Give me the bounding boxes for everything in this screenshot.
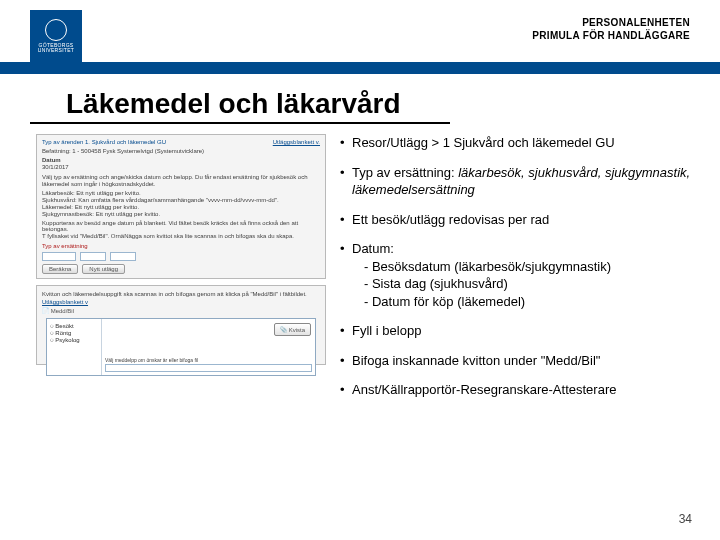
kopp-1: Kupporteras av besöd ange datum på blank… (42, 220, 320, 232)
bullet-3: Ett besök/utlägg redovisas per rad (340, 211, 710, 229)
seal-icon (45, 19, 67, 41)
bullet-2: Typ av ersättning: läkarbesök, sjukhusvå… (340, 164, 710, 199)
dept-line-2: PRIMULA FÖR HANDLÄGGARE (532, 29, 690, 42)
bullet-7: Anst/Källrapportör-Resegranskare-Atteste… (340, 381, 710, 399)
bullet-list: Resor/Utlägg > 1 Sjukvård och läkemedel … (340, 134, 710, 411)
form-screenshot-2: Kvitton och läkemedelsuppgift ska scanna… (36, 285, 326, 365)
type-field (42, 252, 76, 261)
note-line: Kvitton och läkemedelsuppgift ska scanna… (42, 291, 320, 297)
radio-1: ○ Besökt (50, 323, 98, 329)
datum-label: Datum (42, 157, 61, 163)
calc-button: Beräkna (42, 264, 78, 274)
slide-header: GÖTEBORGS UNIVERSITET PERSONALENHETEN PR… (0, 0, 720, 62)
bullet-4: Datum: - Besöksdatum (läkarbesök/sjukgym… (340, 240, 710, 310)
medbil-label: Medd/Bil (51, 308, 74, 314)
content-row: Typ av ärenden 1. Sjukvård och läkemedel… (0, 134, 720, 411)
file-field (105, 364, 312, 372)
bullet-4-sub3: - Datum för köp (läkemedel) (352, 293, 710, 311)
form-screenshot-1: Typ av ärenden 1. Sjukvård och läkemedel… (36, 134, 326, 279)
bullet-6: Bifoga inskannade kvitton under "Medd/Bi… (340, 352, 710, 370)
screenshot-column: Typ av ärenden 1. Sjukvård och läkemedel… (36, 134, 326, 411)
breadcrumb: Typ av ärenden 1. Sjukvård och läkemedel… (42, 139, 166, 145)
befattning-line: Befattning: 1 - 500458 Fysk Systemelvtgd… (42, 148, 320, 154)
bullet-1: Resor/Utlägg > 1 Sjukvård och läkemedel … (340, 134, 710, 152)
breadcrumb-link: Utläggsblankett v. (273, 139, 320, 145)
bullet-4-sub2: - Sista dag (sjukhusvård) (352, 275, 710, 293)
date-field (80, 252, 106, 261)
university-logo: GÖTEBORGS UNIVERSITET (30, 10, 82, 62)
dialog-bottom: Välj meddelpp om önskar är eller bifoga … (105, 357, 312, 363)
radio-2: ○ Röntg (50, 330, 98, 336)
bullet-4-sub1: - Besöksdatum (läkarbesök/sjukgymnastik) (352, 258, 710, 276)
radio-3: ○ Psykolog (50, 337, 98, 343)
section-label: Typ av ersättning (42, 243, 320, 249)
logo-text-2: UNIVERSITET (38, 48, 74, 54)
page-number: 34 (679, 512, 692, 526)
amount-field (110, 252, 136, 261)
tab-link: Utläggsblankett v (42, 299, 320, 305)
attach-dialog: ○ Besökt ○ Röntg ○ Psykolog 📎 Kvista Väl… (46, 318, 316, 376)
ex-4: Sjukgymnastbesök: Ett nytt utlägg per kv… (42, 211, 320, 217)
new-button: Nytt utlägg (82, 264, 125, 274)
kopp-2: T fyllsaket vid "Medd/Bil". OrnäNägga so… (42, 233, 320, 239)
datum-value: 30/1/2017 (42, 164, 320, 170)
instr-2: läkemedel som ingår i högkostnadskyddet. (42, 181, 320, 187)
attach-button: 📎 Kvista (274, 323, 311, 336)
page-title: Läkemedel och läkarvård (30, 74, 450, 124)
instr-1: Välj typ av ersättning och ange/skicka d… (42, 174, 320, 180)
dept-line-1: PERSONALENHETEN (532, 16, 690, 29)
header-divider (0, 62, 720, 74)
bullet-5: Fyll i belopp (340, 322, 710, 340)
ex-1: Läkarbesök: Ett nytt utlägg per kvitto. (42, 190, 320, 196)
ex-2: Sjukhusvård: Kan omfatta flera vårddagar… (42, 197, 320, 203)
ex-3: Läkemedel: Ett nytt utlägg per kvitto. (42, 204, 320, 210)
header-right: PERSONALENHETEN PRIMULA FÖR HANDLÄGGARE (532, 10, 690, 42)
